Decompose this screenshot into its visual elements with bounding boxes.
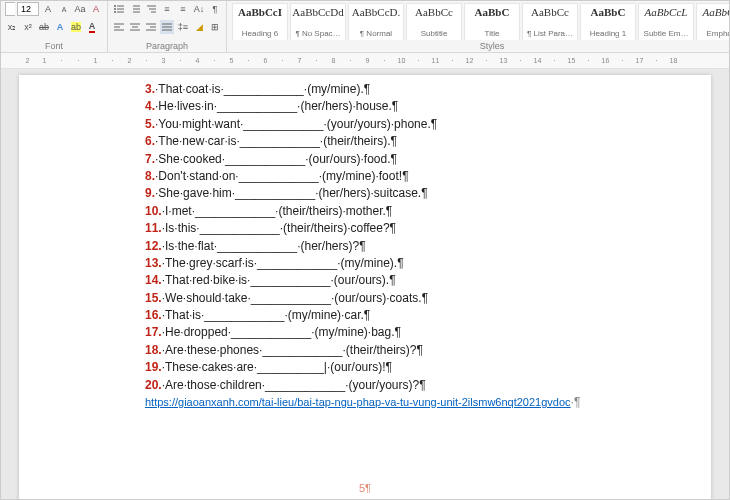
text-line[interactable]: 10.·I·met·____________·(their/theirs)·mo… [145, 203, 585, 220]
align-center-button[interactable] [128, 20, 142, 34]
page: 3.·That·coat·is·____________·(my/mine).¶… [19, 75, 711, 500]
style-thumb[interactable]: AaBbCcIHeading 6 [232, 3, 288, 40]
text-line[interactable]: 7.·She·cooked·____________·(our/ours)·fo… [145, 151, 585, 168]
horizontal-ruler[interactable]: 21··1·2·3·4·5·6·7·8·9·10·11·12·13·14·15·… [1, 53, 729, 69]
svg-point-4 [114, 11, 116, 13]
increase-indent-button[interactable]: ≡ [176, 2, 190, 16]
text-effects-button[interactable]: A [53, 20, 67, 34]
font-size-combo[interactable]: 12 [17, 2, 39, 16]
text-line[interactable]: 6.·The·new·car·is·____________·(their/th… [145, 133, 585, 150]
text-line[interactable]: 14.·That·red·bike·is·____________·(our/o… [145, 272, 585, 289]
text-line[interactable]: 11.·Is·this·____________·(their/theirs)·… [145, 220, 585, 237]
text-line[interactable]: 18.·Are·these·phones·____________·(their… [145, 342, 585, 359]
decrease-indent-button[interactable]: ≡ [160, 2, 174, 16]
highlight-button[interactable]: ab [69, 20, 83, 34]
document-body: 3.·That·coat·is·____________·(my/mine).¶… [145, 81, 585, 394]
text-line[interactable]: 16.·That·is·____________·(my/mine)·car.¶ [145, 307, 585, 324]
font-group-label: Font [5, 40, 103, 52]
shading-button[interactable]: ◢ [192, 20, 206, 34]
text-line[interactable]: 9.·She·gave·him·____________·(her/hers)·… [145, 185, 585, 202]
line-spacing-button[interactable]: ‡≡ [176, 20, 190, 34]
text-line[interactable]: 19.·These·cakes·are·__________|·(our/our… [145, 359, 585, 376]
bullets-button[interactable] [112, 2, 126, 16]
style-thumb[interactable]: AaBbCcSubtitle [406, 3, 462, 40]
font-group: 12 A A Aa A x₂ x² ab A ab A Font [1, 1, 108, 52]
svg-point-2 [114, 8, 116, 10]
text-line[interactable]: 20.·Are·those·children·____________·(you… [145, 377, 585, 394]
style-thumb[interactable]: AaBbCcD.¶ Normal [348, 3, 404, 40]
numbering-button[interactable] [128, 2, 142, 16]
style-thumb[interactable]: AaBbCcLEmphasis [696, 3, 730, 40]
clear-format-button[interactable]: A [89, 2, 103, 16]
source-link[interactable]: https://giaoanxanh.com/tai-lieu/bai-tap-… [145, 396, 571, 408]
justify-button[interactable] [160, 20, 174, 34]
change-case-button[interactable]: Aa [73, 2, 87, 16]
text-line[interactable]: 4.·He·lives·in·____________·(her/hers)·h… [145, 98, 585, 115]
svg-point-0 [114, 5, 116, 7]
show-marks-button[interactable]: ¶ [208, 2, 222, 16]
superscript-button[interactable]: x² [21, 20, 35, 34]
borders-button[interactable]: ⊞ [208, 20, 222, 34]
text-line[interactable]: 17.·He·dropped·____________·(my/mine)·ba… [145, 324, 585, 341]
style-thumb[interactable]: AaBbCcDd¶ No Spac… [290, 3, 346, 40]
text-line[interactable]: 12.·Is·the·flat·____________·(her/hers)?… [145, 238, 585, 255]
styles-gallery[interactable]: AaBbCcIHeading 6AaBbCcDd¶ No Spac…AaBbCc… [231, 2, 730, 40]
paragraph-group: ≡ ≡ A↓ ¶ ‡≡ ◢ ⊞ Paragraph [108, 1, 227, 52]
shrink-font-button[interactable]: A [57, 2, 71, 16]
text-line[interactable]: 5.·You·might·want·____________·(your/you… [145, 116, 585, 133]
style-thumb[interactable]: AaBbCTitle [464, 3, 520, 40]
page-number: 5¶ [145, 481, 585, 497]
strikethrough-button[interactable]: ab [37, 20, 51, 34]
text-line[interactable]: 8.·Don't·stand·on·____________·(my/mine)… [145, 168, 585, 185]
styles-group: AaBbCcIHeading 6AaBbCcDd¶ No Spac…AaBbCc… [227, 1, 730, 52]
style-thumb[interactable]: AaBbCc¶ List Para… [522, 3, 578, 40]
ribbon: 12 A A Aa A x₂ x² ab A ab A Font ≡ [1, 1, 729, 53]
font-color-button[interactable]: A [85, 20, 99, 34]
sort-button[interactable]: A↓ [192, 2, 206, 16]
text-line[interactable]: 13.·The·grey·scarf·is·____________·(my/m… [145, 255, 585, 272]
grow-font-button[interactable]: A [41, 2, 55, 16]
font-combo-stub[interactable] [5, 2, 15, 16]
text-line[interactable]: 3.·That·coat·is·____________·(my/mine).¶ [145, 81, 585, 98]
multilevel-button[interactable] [144, 2, 158, 16]
style-thumb[interactable]: AaBbCHeading 1 [580, 3, 636, 40]
align-right-button[interactable] [144, 20, 158, 34]
styles-group-label: Styles [231, 40, 730, 52]
hyperlink-line: https://giaoanxanh.com/tai-lieu/bai-tap-… [145, 394, 585, 411]
document-workspace[interactable]: 3.·That·coat·is·____________·(my/mine).¶… [1, 69, 729, 500]
align-left-button[interactable] [112, 20, 126, 34]
subscript-button[interactable]: x₂ [5, 20, 19, 34]
paragraph-group-label: Paragraph [112, 40, 222, 52]
style-thumb[interactable]: AaBbCcLSubtle Em… [638, 3, 694, 40]
text-line[interactable]: 15.·We·should·take·____________·(our/our… [145, 290, 585, 307]
